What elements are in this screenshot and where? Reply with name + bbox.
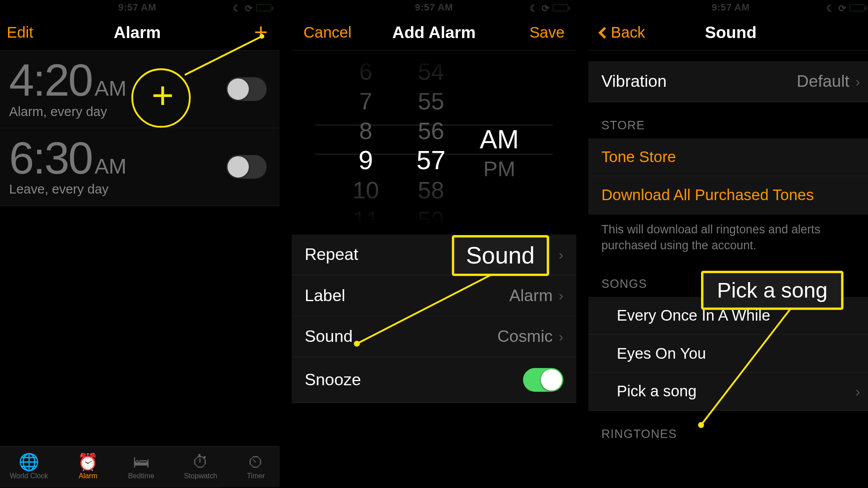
alarm-toggle[interactable] [226,155,267,179]
tab-bedtime[interactable]: 🛏Bedtime [128,454,154,480]
alarm-caption: Leave, every day [9,182,127,198]
snooze-toggle[interactable] [523,368,563,392]
annotation-plus-icon: + [151,77,174,115]
alarm-time: 6:30 [9,132,92,183]
nav-title: Add Alarm [357,23,511,42]
pick-a-song-row[interactable]: Pick a song › [588,373,868,411]
globe-icon: 🌐 [19,454,39,471]
alarm-ampm: AM [94,76,126,101]
chevron-right-icon: › [855,383,860,400]
ampm-wheel[interactable]: AMPM [464,57,535,223]
sound-row[interactable]: Sound Cosmic› [291,316,576,357]
ringtones-header: RINGTONES [588,411,868,447]
nav-bar: Cancel Add Alarm Save [291,15,576,50]
annotation-pick-song-callout: Pick a song [701,271,844,310]
nav-title: Alarm [60,23,214,42]
alarm-ampm: AM [94,154,126,178]
sound-selection-screen: 9:57 AM ☾⟳ Back Sound Vibration Default›… [588,1,868,488]
download-tones-link[interactable]: Download All Purchased Tones [588,176,868,214]
stopwatch-icon: ⏱ [192,454,209,471]
tab-timer[interactable]: ⏲Timer [247,454,265,480]
bed-icon: 🛏 [133,454,150,471]
add-alarm-button[interactable]: + [214,20,268,45]
status-time: 9:57 AM [712,3,750,13]
alarm-list-screen: 9:57 AM ☾⟳ Edit Alarm + 4:20AM Alarm, ev… [0,1,280,488]
tab-stopwatch[interactable]: ⏱Stopwatch [184,454,217,480]
snooze-row: Snooze [291,357,576,403]
alarm-time: 4:20 [9,55,92,105]
vibration-row[interactable]: Vibration Default› [588,61,868,102]
tone-store-link[interactable]: Tone Store [588,138,868,176]
chevron-right-icon: › [558,246,563,263]
back-button[interactable]: Back [600,23,654,42]
status-bar: 9:57 AM ☾⟳ [588,1,868,15]
alarm-row[interactable]: 6:30AM Leave, every day [0,128,280,206]
back-icon [598,27,610,39]
alarm-icon: ⏰ [78,454,98,471]
store-note: This will download all ringtones and ale… [588,214,868,261]
hour-wheel[interactable]: 6789101112 [333,57,398,223]
time-picker[interactable]: 6789101112 54555657585900 AMPM [291,57,576,223]
nav-title: Sound [654,23,808,42]
status-bar: 9:57 AM ☾⟳ [0,1,280,15]
chevron-right-icon: › [558,328,563,345]
edit-button[interactable]: Edit [7,23,60,42]
annotation-sound-callout: Sound [452,235,549,276]
chevron-right-icon: › [855,73,860,90]
save-button[interactable]: Save [511,23,565,42]
tab-world-clock[interactable]: 🌐World Clock [10,454,48,480]
tab-bar: 🌐World Clock ⏰Alarm 🛏Bedtime ⏱Stopwatch … [0,446,280,488]
tab-alarm[interactable]: ⏰Alarm [78,454,98,480]
label-row[interactable]: Label Alarm› [291,275,576,316]
nav-bar: Edit Alarm + [0,15,280,50]
minute-wheel[interactable]: 54555657585900 [399,57,464,223]
timer-icon: ⏲ [248,454,264,471]
alarm-toggle[interactable] [226,77,267,101]
chevron-right-icon: › [558,287,563,304]
status-time: 9:57 AM [118,3,156,13]
plus-icon: + [254,19,267,45]
store-header: STORE [588,102,868,139]
status-bar: 9:57 AM ☾⟳ [291,1,576,15]
alarm-caption: Alarm, every day [9,104,127,120]
add-alarm-screen: 9:57 AM ☾⟳ Cancel Add Alarm Save 6789101… [291,1,576,488]
cancel-button[interactable]: Cancel [303,23,357,42]
song-item[interactable]: Eyes On You [588,335,868,373]
nav-bar: Back Sound [588,15,868,50]
status-time: 9:57 AM [415,3,453,13]
